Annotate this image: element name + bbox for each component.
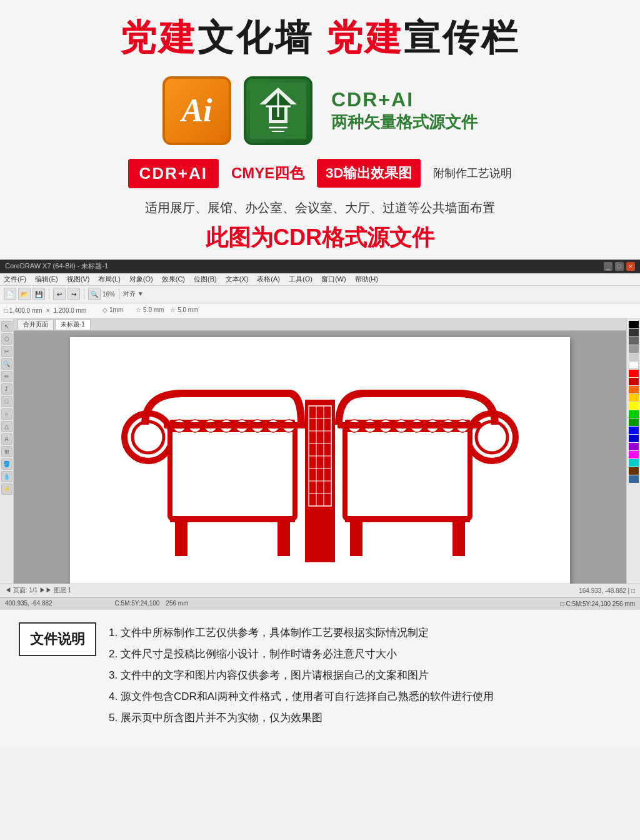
format-text: CDR+AI 两种矢量格式源文件 — [331, 88, 478, 133]
minimize-btn[interactable]: _ — [604, 262, 612, 271]
menu-edit[interactable]: 编辑(E) — [35, 275, 58, 284]
note-item-2: 2. 文件尺寸是投稿比例缩小设计，制作时请务必注意尺寸大小 — [109, 644, 621, 665]
title-dangijian-1: 党建 — [120, 17, 198, 58]
toolbar-new[interactable]: 📄 — [4, 288, 16, 300]
svg-rect-12 — [345, 425, 470, 519]
toolbar-sep-2 — [84, 288, 84, 300]
page-wrapper: 党建文化墙 党建宣传栏 Ai CDR+AI 两种矢量格式源文件 — [0, 0, 640, 747]
color-brightyellow[interactable] — [629, 402, 639, 410]
color-red[interactable] — [629, 370, 639, 377]
color-brown[interactable] — [629, 467, 639, 475]
menu-view[interactable]: 视图(V) — [67, 275, 90, 284]
status-coords: 164.933, -48.882 | □ — [579, 587, 635, 594]
cdr-screenshot: CoreDRAW X7 (64-Bit) - 未标题-1 _ □ × 文件(F)… — [0, 260, 640, 610]
format-line1: CDR+AI — [331, 88, 478, 111]
menu-object[interactable]: 对象(O) — [129, 275, 153, 284]
menu-text[interactable]: 文本(X) — [226, 275, 249, 284]
color-magenta[interactable] — [629, 451, 639, 458]
canvas-white-area: 党 员 学 习 宣 传 栏 — [70, 337, 570, 584]
menu-help[interactable]: 帮助(H) — [355, 275, 378, 284]
canvas-tab-active[interactable]: 未标题-1 — [55, 319, 91, 330]
notes-section: 文件说明 1. 文件中所标制作工艺仅供参考，具体制作工艺要根据实际情况制定 2.… — [0, 610, 640, 747]
subtoolbar-width: □ 1,400.0 mm — [4, 307, 42, 314]
toolbar-zoom[interactable]: 🔍 — [88, 288, 101, 300]
color-purple[interactable] — [629, 443, 639, 450]
toolbar-undo[interactable]: ↩ — [53, 288, 66, 300]
svg-rect-58 — [350, 519, 362, 556]
color-darkblue[interactable] — [629, 435, 639, 442]
svg-rect-11 — [170, 425, 295, 519]
toolbar-open[interactable]: 📂 — [18, 288, 31, 300]
color-midgray[interactable] — [629, 345, 639, 353]
tool-polygon[interactable]: △ — [1, 421, 12, 432]
subtoolbar-fields2: ◇ 1mm ☆ 5.0 mm ☆ 5.0 mm — [102, 306, 198, 315]
tool-crop[interactable]: ✂ — [1, 346, 12, 357]
badge-note: 附制作工艺说明 — [433, 166, 512, 181]
menu-layout[interactable]: 布局(L) — [98, 275, 120, 284]
toolbar-sep-3 — [119, 288, 119, 300]
cdr-toolbar: 📄 📂 💾 ↩ ↪ 🔍 16% 对齐 ▼ — [0, 286, 640, 303]
cdr-subtoolbar: □ 1,400.0 mm × 1,200.0 mm ◇ 1mm ☆ 5.0 mm… — [0, 303, 640, 318]
ai-label: Ai — [181, 92, 212, 129]
color-orange[interactable] — [629, 386, 639, 393]
color-black[interactable] — [629, 321, 639, 328]
icons-row: Ai CDR+AI 两种矢量格式源文件 — [0, 64, 640, 151]
close-btn[interactable]: × — [626, 262, 635, 271]
menu-tools[interactable]: 工具(O) — [289, 275, 312, 284]
cdr-menubar: 文件(F) 编辑(E) 视图(V) 布局(L) 对象(O) 效果(C) 位图(B… — [0, 273, 640, 286]
tool-select[interactable]: ↖ — [1, 321, 12, 332]
cdr-canvas: 合并页面 未标题-1 — [14, 318, 626, 584]
canvas-tab-merged[interactable]: 合并页面 — [18, 319, 54, 330]
color-darkgreen[interactable] — [629, 418, 639, 426]
color-darkgray[interactable] — [629, 329, 639, 337]
note-item-5: 5. 展示页中所含图片并不为实物，仅为效果图 — [109, 707, 621, 729]
cdr-bottombar: ◀ 页面: 1/1 ▶▶ 图层 1 164.933, -48.882 | □ — [0, 584, 640, 597]
title-wenhua: 文化墙 — [198, 17, 326, 58]
tool-smart[interactable]: ⤴ — [1, 383, 12, 395]
color-steel-blue[interactable] — [629, 475, 639, 483]
note-item-1: 1. 文件中所标制作工艺仅供参考，具体制作工艺要根据实际情况制定 — [109, 622, 621, 644]
tool-table[interactable]: ⊞ — [1, 446, 12, 457]
tool-fill[interactable]: 🪣 — [1, 458, 12, 470]
menu-bitmap[interactable]: 位图(B) — [194, 275, 217, 284]
color-cyan[interactable] — [629, 459, 639, 467]
tool-shape[interactable]: ⬡ — [1, 333, 12, 345]
svg-rect-59 — [452, 519, 465, 556]
color-darkred[interactable] — [629, 378, 639, 385]
tool-interact[interactable]: ⚡ — [1, 483, 12, 495]
maximize-btn[interactable]: □ — [615, 262, 624, 271]
color-white[interactable] — [629, 362, 639, 369]
cdr-status-text: 400.935, -64.882 C:5M:5Y:24,100 256 mm — [5, 599, 188, 608]
svg-rect-56 — [175, 519, 188, 556]
title-dangjian-2: 党建 — [326, 17, 404, 58]
tool-rect[interactable]: □ — [1, 396, 12, 407]
menu-window[interactable]: 窗口(W) — [321, 275, 346, 284]
color-gray[interactable] — [629, 337, 639, 345]
color-lightgray[interactable] — [629, 353, 639, 361]
badges-row: CDR+AI CMYE四色 3D输出效果图 附制作工艺说明 — [0, 151, 640, 196]
menu-file[interactable]: 文件(F) — [4, 275, 26, 284]
cdr-window: CoreDRAW X7 (64-Bit) - 未标题-1 _ □ × 文件(F)… — [0, 260, 640, 610]
file-label-box: 文件说明 — [19, 622, 96, 656]
cdr-left-toolbar: ↖ ⬡ ✂ 🔍 ✏ ⤴ □ ○ △ A ⊞ 🪣 💧 ⚡ — [0, 318, 14, 584]
header-title: 党建文化墙 党建宣传栏 — [12, 18, 628, 58]
notes-list: 1. 文件中所标制作工艺仅供参考，具体制作工艺要根据实际情况制定 2. 文件尺寸… — [109, 622, 621, 729]
tool-zoom-tool[interactable]: 🔍 — [1, 358, 12, 370]
bulletin-board: 党 员 学 习 宣 传 栏 — [108, 375, 532, 575]
menu-effect[interactable]: 效果(C) — [162, 275, 185, 284]
menu-table[interactable]: 表格(A) — [257, 275, 280, 284]
svg-rect-60 — [170, 517, 295, 522]
color-blue[interactable] — [629, 427, 639, 434]
cdr-body: ↖ ⬡ ✂ 🔍 ✏ ⤴ □ ○ △ A ⊞ 🪣 💧 ⚡ — [0, 318, 640, 584]
toolbar-redo[interactable]: ↪ — [68, 288, 80, 300]
svg-rect-57 — [278, 519, 290, 556]
color-yellow[interactable] — [629, 394, 639, 402]
tool-text-tool[interactable]: A — [1, 433, 12, 445]
tool-eyedropper[interactable]: 💧 — [1, 471, 12, 482]
tool-freehand[interactable]: ✏ — [1, 371, 12, 382]
toolbar-save[interactable]: 💾 — [32, 288, 45, 300]
color-green[interactable] — [629, 410, 639, 418]
tool-ellipse[interactable]: ○ — [1, 408, 12, 420]
page-indicator: ◀ 页面: 1/1 ▶▶ 图层 1 — [5, 586, 71, 595]
cdr-titlebar: CoreDRAW X7 (64-Bit) - 未标题-1 _ □ × — [0, 260, 640, 273]
